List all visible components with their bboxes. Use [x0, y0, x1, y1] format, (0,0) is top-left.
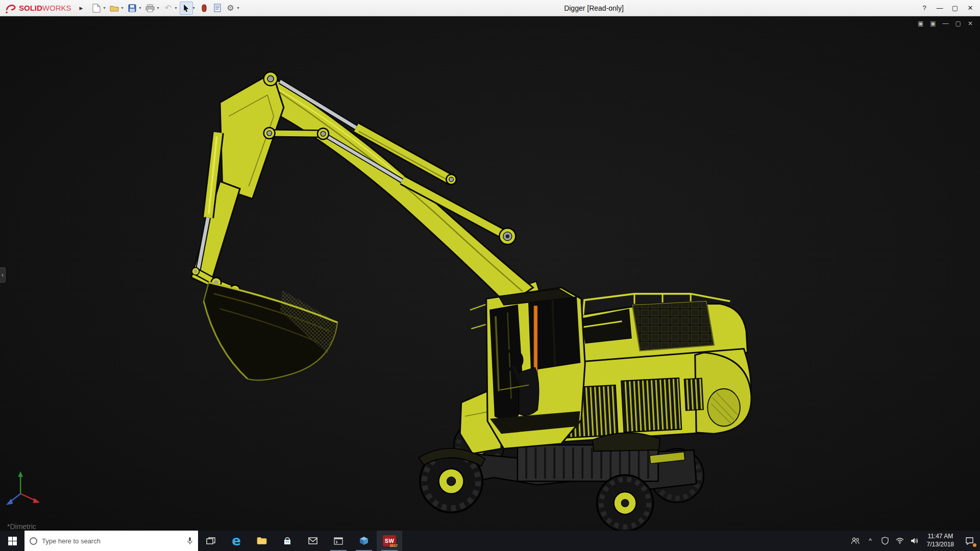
open-button[interactable]: [108, 2, 121, 15]
print-icon: [145, 4, 155, 12]
solidworks-window: SOLIDWORKS ▶ ▾ ▾ ▾: [0, 0, 980, 551]
file-properties-icon: [214, 4, 221, 12]
rebuild-button[interactable]: [198, 2, 211, 15]
maximize-button[interactable]: ▢: [947, 0, 963, 16]
window-controls: ? — ▢ ✕: [917, 0, 978, 16]
solidworks-menu[interactable]: SOLIDWORKS: [0, 0, 76, 16]
save-icon: [128, 4, 136, 12]
taskbar-clock[interactable]: 11:47 AM 7/13/2018: [922, 531, 959, 551]
search-input[interactable]: [42, 537, 182, 545]
action-center-button[interactable]: [959, 531, 980, 551]
people-icon: [851, 537, 860, 544]
start-button[interactable]: [0, 531, 24, 551]
volume-button[interactable]: [908, 531, 922, 551]
options-gear-icon: ⚙: [227, 4, 234, 12]
titlebar: SOLIDWORKS ▶ ▾ ▾ ▾: [0, 0, 980, 16]
new-dropdown[interactable]: ▾: [103, 6, 105, 10]
system-tray: ^ 11:47 AM 7/13/2018: [848, 531, 980, 551]
options-button[interactable]: ⚙: [224, 2, 237, 15]
file-explorer-icon: [257, 537, 267, 545]
edge-button[interactable]: e: [224, 531, 249, 551]
solidworks-app-icon: SW 2017: [383, 535, 396, 546]
save-button[interactable]: [126, 2, 139, 15]
options-dropdown[interactable]: ▾: [237, 6, 239, 10]
window-icon-2[interactable]: ▣: [930, 20, 936, 27]
file-explorer-button[interactable]: [249, 531, 275, 551]
clock-time: 11:47 AM: [927, 533, 953, 541]
view-orientation-label: *Dimetric: [7, 522, 36, 531]
select-tool-button[interactable]: [180, 2, 193, 15]
stick-arm: [191, 72, 284, 286]
task-view-button[interactable]: [198, 531, 224, 551]
select-cursor-icon: [183, 4, 190, 12]
doc-minimize-button[interactable]: —: [943, 20, 949, 27]
notification-badge: [973, 543, 976, 547]
graphics-viewport[interactable]: ▣ ▣ — ▢ ✕ ‹ *Dimetric: [0, 16, 980, 531]
edrawings-button[interactable]: [351, 531, 377, 551]
microphone-icon[interactable]: [187, 537, 193, 545]
rebuild-icon: [202, 4, 207, 12]
shield-icon: [881, 537, 889, 545]
bucket: [204, 283, 337, 380]
edge-icon: e: [232, 534, 241, 547]
store-button[interactable]: [275, 531, 300, 551]
print-button[interactable]: [143, 2, 157, 15]
cab: [486, 288, 585, 449]
orientation-triad: [6, 471, 40, 505]
doc-close-button[interactable]: ✕: [968, 20, 973, 27]
doc-restore-button[interactable]: ▢: [955, 20, 961, 27]
action-center-icon: [965, 537, 974, 545]
mail-icon: [308, 537, 317, 544]
new-document-button[interactable]: [90, 2, 103, 15]
print-dropdown[interactable]: ▾: [157, 6, 159, 10]
help-button[interactable]: ?: [917, 0, 932, 16]
new-document-icon: [92, 4, 101, 13]
cube-icon: [359, 536, 369, 545]
close-button[interactable]: ✕: [963, 0, 978, 16]
rear-near-wheel: [597, 475, 653, 531]
solidworks-taskbar-button[interactable]: SW 2017: [377, 531, 402, 551]
people-button[interactable]: [848, 531, 863, 551]
hidden-icons-button[interactable]: ^: [863, 531, 878, 551]
excavator-model[interactable]: [0, 16, 980, 531]
mail-button[interactable]: [300, 531, 326, 551]
windows-logo-icon: [8, 537, 17, 545]
document-window-controls: ▣ ▣ — ▢ ✕: [918, 20, 973, 27]
taskbar-search[interactable]: [24, 531, 198, 551]
clock-date: 7/13/2018: [927, 541, 954, 549]
task-view-icon: [206, 537, 215, 545]
store-icon: [283, 537, 291, 545]
boom: [259, 78, 533, 305]
window-icon-1[interactable]: ▣: [918, 20, 923, 27]
cortana-icon: [30, 537, 37, 545]
link-bar: [270, 133, 323, 134]
brand-text: SOLIDWORKS: [19, 4, 71, 12]
feature-manager-collapsed-tab[interactable]: ‹: [0, 267, 6, 283]
minimize-button[interactable]: —: [932, 0, 947, 16]
security-shield-button[interactable]: [878, 531, 893, 551]
open-folder-icon: [110, 5, 119, 12]
console-icon: [334, 537, 343, 545]
toolbar-flyout-arrow[interactable]: ▶: [80, 6, 83, 11]
undo-icon: ↶: [165, 4, 172, 12]
document-title: Digger [Read-only]: [564, 4, 624, 12]
select-dropdown[interactable]: ▾: [193, 6, 195, 10]
file-properties-button[interactable]: [211, 2, 224, 15]
network-button[interactable]: [893, 531, 908, 551]
solidworks-logo-icon: [5, 3, 16, 13]
volume-icon: [911, 537, 919, 544]
save-dropdown[interactable]: ▾: [139, 6, 141, 10]
wifi-icon: [896, 538, 904, 544]
open-dropdown[interactable]: ▾: [121, 6, 123, 10]
console-button[interactable]: [326, 531, 351, 551]
undo-button[interactable]: ↶: [162, 2, 175, 15]
undo-dropdown[interactable]: ▾: [175, 6, 177, 10]
windows-taskbar: e: [0, 531, 980, 551]
main-toolbar: ▾ ▾ ▾ ▾ ↶: [90, 2, 241, 15]
